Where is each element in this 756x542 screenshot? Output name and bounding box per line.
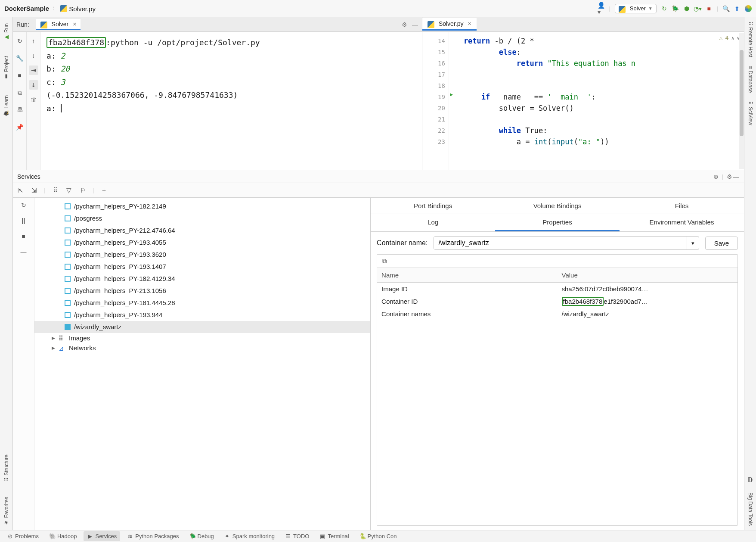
tab-env-vars[interactable]: Environment Variables: [620, 214, 744, 231]
breadcrumb-project[interactable]: DockerSample: [4, 5, 49, 12]
tab-log[interactable]: Log: [371, 214, 495, 231]
print-icon[interactable]: 🖶: [15, 105, 25, 115]
soft-wrap-icon[interactable]: ⇥: [29, 65, 38, 75]
save-button[interactable]: Save: [705, 237, 738, 250]
pin-icon[interactable]: 📌: [15, 122, 25, 132]
run-gutter-icon[interactable]: ▶: [450, 91, 453, 97]
rail-structure[interactable]: ⠿Structure: [3, 455, 9, 481]
bottom-services[interactable]: ▶Services: [84, 531, 120, 541]
scroll-to-end-icon[interactable]: ⤓: [29, 80, 38, 90]
down-arrow-icon[interactable]: ↓: [29, 51, 38, 60]
tree-item[interactable]: /pycharm_helpers_PY-181.4445.28: [34, 297, 370, 309]
stop-button[interactable]: ■: [15, 71, 25, 80]
rail-database[interactable]: ≡Database: [747, 66, 753, 93]
col-name[interactable]: Name: [377, 268, 557, 283]
minimize-icon[interactable]: —: [412, 21, 418, 28]
profile-icon[interactable]: ◔▾: [694, 5, 701, 12]
rail-remote-host[interactable]: ⠿Remote Host: [747, 22, 753, 57]
editor-scrollbar[interactable]: [739, 33, 744, 169]
editor-tab[interactable]: Solver.py ×: [422, 18, 477, 31]
collapse-all-icon[interactable]: ⇲: [30, 187, 38, 194]
tree-item[interactable]: /pycharm_helpers_PY-193.3620: [34, 249, 370, 261]
close-icon[interactable]: ×: [73, 21, 76, 28]
run-coverage-icon[interactable]: ⬢: [683, 5, 690, 12]
line-number-gutter[interactable]: 14 15 16 17 18 19 20 21 22 23: [422, 32, 449, 170]
editor-body[interactable]: 14 15 16 17 18 19 20 21 22 23 ▶ return -…: [422, 32, 744, 170]
rerun-icon[interactable]: ↻: [661, 5, 668, 12]
table-row[interactable]: Image IDsha256:07d72c0beb990074…: [377, 283, 737, 296]
search-icon[interactable]: 🔍: [722, 5, 729, 12]
gear-icon[interactable]: ⚙: [726, 173, 733, 180]
stop-icon[interactable]: ■: [706, 5, 713, 12]
tab-files[interactable]: Files: [620, 198, 744, 214]
filter-icon[interactable]: ▽: [65, 187, 73, 194]
tab-volume-bindings[interactable]: Volume Bindings: [495, 198, 620, 214]
rail-favorites[interactable]: ★Favorites: [3, 497, 9, 526]
rerun-button[interactable]: ↻: [19, 200, 28, 210]
rerun-button[interactable]: ↻: [15, 36, 25, 46]
properties-table[interactable]: Name Value Image IDsha256:07d72c0beb9900…: [377, 268, 737, 320]
bottom-python-packages[interactable]: ≋Python Packages: [124, 531, 182, 541]
close-icon[interactable]: ×: [468, 20, 471, 27]
ide-services-icon[interactable]: [745, 5, 752, 12]
tree-item[interactable]: /pycharm_helpers_PY-193.1407: [34, 261, 370, 273]
tree-item[interactable]: /pycharm_helpers_PY-212.4746.64: [34, 224, 370, 237]
rail-big-data-tools[interactable]: Big Data Tools: [747, 492, 753, 526]
trash-icon[interactable]: 🗑: [29, 95, 38, 104]
pause-icon[interactable]: ||: [19, 216, 28, 225]
debug-icon[interactable]: 🪲: [672, 5, 679, 12]
table-row[interactable]: Container IDfba2b468f378e1f32900ad7…: [377, 295, 737, 308]
inspection-widget[interactable]: ⚠ 4 ∧ ∨: [719, 34, 740, 41]
update-icon[interactable]: ⬆: [734, 5, 741, 12]
add-icon[interactable]: ＋: [100, 187, 108, 194]
up-arrow-icon[interactable]: ↑: [29, 36, 38, 46]
rail-learn[interactable]: 🎓Learn: [3, 95, 9, 117]
tree-item[interactable]: /wizardly_swartz: [34, 321, 370, 333]
chevron-up-icon[interactable]: ∧: [731, 35, 734, 41]
wrench-icon[interactable]: 🔧: [15, 53, 25, 63]
container-name-field[interactable]: [434, 237, 686, 249]
code-area[interactable]: return -b / (2 * else: return "This equa…: [449, 32, 744, 170]
bottom-problems[interactable]: ⊘Problems: [3, 531, 42, 541]
tree-item[interactable]: /pycharm_helpers_PY-213.1056: [34, 285, 370, 297]
console-output[interactable]: fba2b468f378:python -u /opt/project/Solv…: [40, 32, 422, 170]
bottom-terminal[interactable]: ▣Terminal: [316, 531, 352, 541]
gear-icon[interactable]: ⚙: [401, 21, 408, 28]
rail-sciview[interactable]: ⠿SciView: [747, 101, 753, 125]
chevron-down-icon[interactable]: ▾: [687, 237, 699, 249]
tab-properties[interactable]: Properties: [495, 214, 620, 231]
breadcrumb[interactable]: DockerSample 〉 Solver.py: [4, 4, 96, 12]
bottom-todo[interactable]: ☰TODO: [282, 531, 313, 541]
target-icon[interactable]: ⊕: [713, 173, 719, 180]
rail-run[interactable]: ▶Run: [3, 23, 9, 40]
copy-icon[interactable]: ⧉: [381, 257, 388, 265]
stop-button[interactable]: ■: [19, 231, 28, 241]
user-dropdown-icon[interactable]: 👤▾: [598, 5, 604, 12]
container-name-input[interactable]: ▾: [434, 236, 699, 250]
group-by-icon[interactable]: ⠿: [51, 187, 59, 194]
run-tab[interactable]: Solver ×: [36, 19, 81, 30]
tree-item[interactable]: /pycharm_helpers_PY-182.2149: [34, 200, 370, 212]
rail-project[interactable]: ▮Project: [3, 56, 9, 80]
layout-icon[interactable]: ⧉: [15, 88, 25, 97]
tab-port-bindings[interactable]: Port Bindings: [371, 198, 495, 214]
col-value[interactable]: Value: [558, 268, 737, 283]
tree-item[interactable]: /pycharm_helpers_PY-193.944: [34, 309, 370, 321]
flag-icon[interactable]: ⚐: [79, 187, 87, 194]
minimize-icon[interactable]: —: [733, 173, 740, 180]
bottom-spark[interactable]: ✦Spark monitoring: [221, 531, 278, 541]
run-configuration-selector[interactable]: Solver ▼: [615, 4, 657, 13]
minimize-icon[interactable]: —: [19, 247, 28, 256]
tree-item[interactable]: /pycharm_helpers_PY-182.4129.34: [34, 273, 370, 285]
rail-d[interactable]: D: [748, 476, 753, 484]
services-tree[interactable]: /pycharm_helpers_PY-182.2149/posgress/py…: [34, 198, 371, 530]
table-row[interactable]: Container names/wizardly_swartz: [377, 308, 737, 320]
tree-group-networks[interactable]: ▶⊿Networks: [34, 343, 370, 353]
bottom-hadoop[interactable]: 🐘Hadoop: [46, 531, 81, 541]
tree-group-images[interactable]: ▶⠿Images: [34, 333, 370, 343]
tree-item[interactable]: /pycharm_helpers_PY-193.4055: [34, 237, 370, 249]
bottom-python-console[interactable]: 🐍Python Con: [356, 531, 400, 541]
breadcrumb-file[interactable]: Solver.py: [60, 4, 96, 12]
bottom-debug[interactable]: 🪲Debug: [186, 531, 217, 541]
expand-all-icon[interactable]: ⇱: [16, 187, 24, 194]
